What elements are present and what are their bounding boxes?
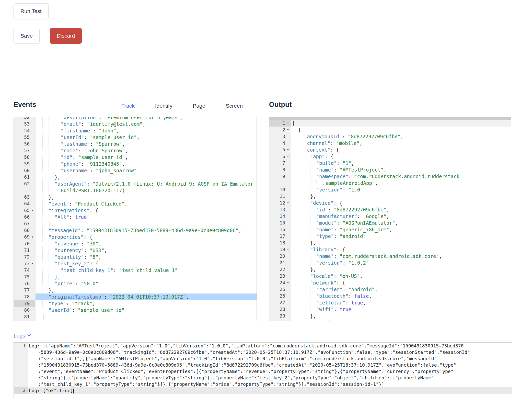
line-number[interactable]: 16	[269, 226, 291, 233]
line-number[interactable]: 10	[269, 186, 291, 193]
line-number[interactable]: 6▾	[269, 153, 291, 160]
line-number[interactable]: 2▾	[269, 127, 291, 133]
line-number[interactable]: 15	[269, 220, 291, 226]
line-number[interactable]: 12▾	[269, 200, 291, 206]
line-number[interactable]	[14, 375, 28, 381]
line-number[interactable]: 65▾	[14, 207, 36, 214]
fold-arrow-icon[interactable]: ▾	[30, 234, 35, 240]
line-number[interactable]: 63	[14, 194, 36, 200]
indent-guide	[304, 286, 310, 293]
line-number[interactable]: 24▾	[269, 279, 291, 286]
run-test-button[interactable]: Run Test	[14, 3, 49, 19]
line-number[interactable]: 59	[14, 161, 36, 167]
line-number[interactable]: 7	[269, 160, 291, 166]
line-number[interactable]: 82	[14, 320, 36, 321]
fold-arrow-icon[interactable]: ▾	[285, 146, 291, 153]
fold-arrow-icon[interactable]: ▾	[30, 260, 35, 267]
line-number[interactable]: 1▾	[269, 120, 291, 127]
line-number[interactable]: 21	[269, 259, 291, 266]
line-number[interactable]: 72	[14, 254, 36, 260]
fold-arrow-icon[interactable]: ▾	[285, 279, 291, 286]
line-number[interactable]: 60	[14, 167, 36, 174]
line-number[interactable]: 79	[14, 300, 36, 307]
output-editor-top-scrollbar[interactable]	[269, 117, 511, 120]
line-number[interactable]: 27	[269, 299, 291, 306]
fold-arrow-icon[interactable]: ▾	[285, 319, 291, 321]
line-number[interactable]: 11	[269, 193, 291, 200]
fold-arrow-icon[interactable]: ▾	[285, 246, 291, 253]
line-number[interactable]: 5▾	[269, 146, 291, 153]
line-number[interactable]: 76	[14, 280, 36, 287]
line-number[interactable]: 62	[14, 180, 36, 187]
line-number[interactable]: 66	[14, 214, 36, 220]
line-number[interactable]: 19▾	[269, 246, 291, 253]
indent-guide	[42, 214, 49, 220]
fold-arrow-icon[interactable]: ▾	[285, 200, 291, 206]
line-number[interactable]: 64	[14, 200, 36, 207]
line-number[interactable]: 80	[14, 307, 36, 313]
line-number[interactable]: 29	[269, 313, 291, 319]
save-button[interactable]: Save	[14, 28, 40, 44]
line-number[interactable]: 17	[269, 233, 291, 240]
line-number[interactable]: 78	[14, 293, 36, 300]
line-number[interactable]: 53	[14, 121, 36, 127]
line-number[interactable]: 28	[269, 306, 291, 313]
line-number[interactable]: 20	[269, 253, 291, 259]
fold-arrow-icon[interactable]: ▾	[285, 153, 291, 160]
line-number[interactable]: 67	[14, 220, 36, 227]
tab-identify[interactable]: Identify	[155, 103, 172, 109]
line-number[interactable]: 74	[14, 267, 36, 274]
tab-track[interactable]: Track	[121, 103, 135, 109]
tab-screen[interactable]: Screen	[226, 103, 243, 109]
line-number[interactable]	[14, 349, 28, 355]
line-number[interactable]: 1	[14, 343, 28, 349]
line-number[interactable]: 18	[269, 240, 291, 246]
line-number[interactable]: 61	[14, 174, 36, 180]
line-number[interactable]: 73▾	[14, 260, 36, 267]
line-number[interactable]: 70	[14, 240, 36, 247]
line-number[interactable]	[269, 180, 291, 186]
events-code-editor[interactable]: 52"description": "Premium user for 5 yea…	[14, 117, 257, 321]
line-number[interactable]: 8	[269, 166, 291, 173]
line-number[interactable]	[14, 368, 28, 375]
line-number[interactable]: 75	[14, 274, 36, 280]
fold-arrow-icon[interactable]: ▾	[30, 207, 35, 214]
indent-guide	[42, 180, 49, 187]
line-number[interactable]: 69▾	[14, 234, 36, 240]
line-number[interactable]: 30▾	[269, 319, 291, 321]
line-number[interactable]	[14, 362, 28, 368]
line-number[interactable]: 52	[14, 117, 36, 121]
line-number[interactable]: 71	[14, 247, 36, 254]
line-number[interactable]: 54	[14, 127, 36, 134]
line-number[interactable]: 68	[14, 227, 36, 234]
line-number[interactable]: 2	[14, 387, 28, 394]
line-number[interactable]: 23	[269, 273, 291, 279]
fold-arrow-icon[interactable]: ▾	[285, 127, 291, 133]
line-number[interactable]	[14, 355, 28, 362]
line-number[interactable]	[14, 381, 28, 387]
line-number[interactable]: 56	[14, 141, 36, 147]
line-number[interactable]	[14, 187, 36, 194]
logs-section-toggle[interactable]: Logs	[14, 332, 31, 339]
line-number[interactable]: 55	[14, 134, 36, 141]
line-number[interactable]: 22	[269, 266, 291, 273]
line-number[interactable]: 26	[269, 293, 291, 299]
output-code-editor[interactable]: 1▾[2▾{3"anonymousId": "8d872292709c6fbe"…	[269, 117, 511, 321]
line-number[interactable]: 25	[269, 286, 291, 293]
line-number[interactable]: 81	[14, 313, 36, 320]
line-number[interactable]: 77	[14, 287, 36, 293]
code-line-text: },	[291, 266, 511, 273]
code-line: Build/PSR1.180720.117)"	[14, 187, 257, 194]
line-number[interactable]: 4	[269, 140, 291, 146]
line-number[interactable]: 58	[14, 154, 36, 161]
code-line-text: "name": "com.rudderstack.android.sdk.cor…	[291, 253, 511, 259]
line-number[interactable]: 3	[269, 133, 291, 140]
tab-page[interactable]: Page	[193, 103, 205, 109]
logs-output-console[interactable]: 1Log: [{"appName":"AMTestProject","appVe…	[14, 342, 512, 399]
line-number[interactable]: 57	[14, 147, 36, 154]
line-number[interactable]: 14	[269, 213, 291, 220]
discard-button[interactable]: Discard	[50, 28, 82, 44]
fold-arrow-icon[interactable]: ▾	[285, 120, 291, 127]
line-number[interactable]: 9	[269, 173, 291, 180]
line-number[interactable]: 13	[269, 206, 291, 213]
